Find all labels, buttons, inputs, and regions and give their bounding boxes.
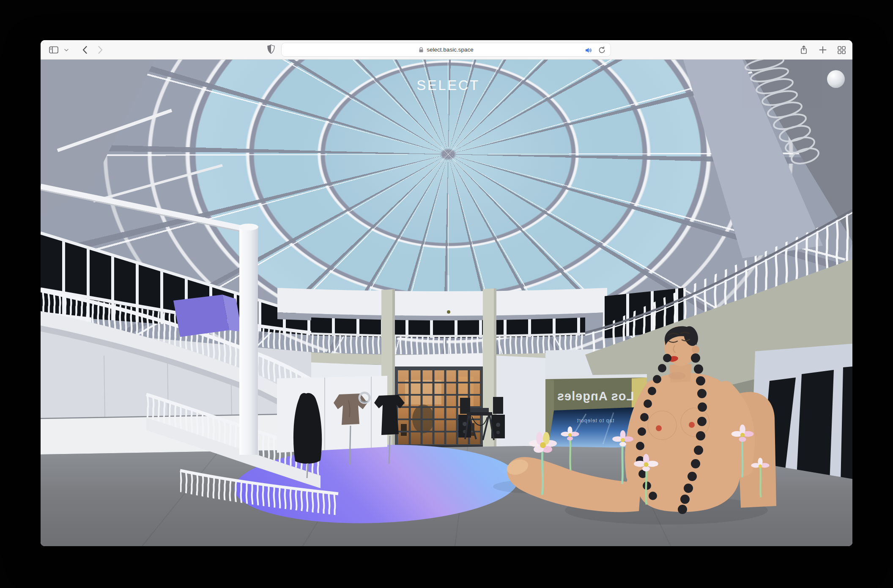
sign-title: Los Angeles bbox=[557, 389, 634, 403]
sidebar-toggle-button[interactable] bbox=[49, 46, 58, 54]
reload-icon bbox=[598, 46, 605, 54]
reload-button[interactable] bbox=[598, 46, 605, 54]
white-column bbox=[239, 227, 258, 455]
sidebar-icon bbox=[49, 46, 58, 54]
browser-toolbar: select.basic.space bbox=[41, 40, 852, 60]
white-pole bbox=[41, 186, 249, 230]
3d-space-canvas[interactable]: Los Angeles tap to teleport bbox=[41, 60, 852, 546]
sign-subtitle: tap to teleport bbox=[577, 418, 614, 424]
safari-window: select.basic.space bbox=[41, 40, 852, 546]
tab-overview-button[interactable] bbox=[838, 46, 846, 54]
new-tab-icon bbox=[819, 46, 827, 54]
url-text: select.basic.space bbox=[427, 46, 473, 53]
tab-overview-icon bbox=[838, 46, 846, 54]
back-button[interactable] bbox=[82, 46, 88, 54]
privacy-shield-icon bbox=[267, 44, 275, 55]
share-icon bbox=[800, 45, 808, 55]
new-tab-button[interactable] bbox=[819, 46, 827, 54]
sphere-light bbox=[827, 70, 845, 88]
lock-icon bbox=[419, 47, 424, 53]
purple-stair-panel bbox=[173, 295, 229, 337]
audio-playing-icon bbox=[585, 47, 592, 53]
forward-button[interactable] bbox=[98, 46, 103, 54]
back-icon bbox=[82, 46, 88, 54]
sidebar-menu-button[interactable] bbox=[64, 49, 68, 52]
privacy-report-button[interactable] bbox=[267, 44, 275, 56]
audio-mute-button[interactable] bbox=[585, 47, 592, 53]
scene-title: SELECT bbox=[416, 77, 479, 93]
address-bar[interactable]: select.basic.space bbox=[281, 43, 611, 57]
forward-icon bbox=[98, 46, 103, 54]
chevron-down-icon bbox=[64, 49, 68, 52]
desktop-background: select.basic.space bbox=[0, 0, 893, 588]
share-button[interactable] bbox=[800, 45, 808, 55]
